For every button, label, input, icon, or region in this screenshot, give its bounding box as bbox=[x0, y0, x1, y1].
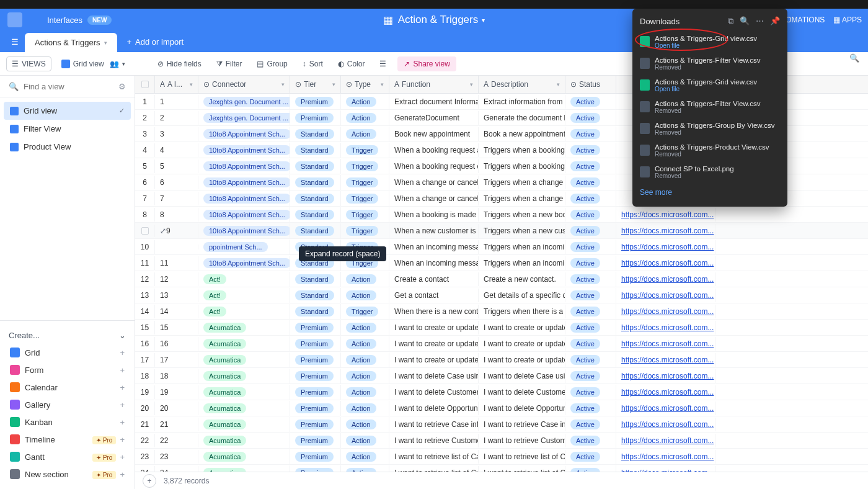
page-title[interactable]: ▦ Action & Triggers ▾ bbox=[383, 14, 485, 27]
cell-link[interactable]: https://docs.microsoft.com... bbox=[616, 434, 715, 447]
cell-status[interactable]: Active bbox=[565, 417, 616, 432]
download-item[interactable]: Connect SP to Excel.pngRemoved bbox=[632, 161, 787, 183]
interfaces-link[interactable]: Interfaces bbox=[47, 16, 82, 25]
cell-function[interactable]: When an incoming messag... bbox=[389, 256, 479, 270]
download-item[interactable]: Actions & Triggers-Grid view.csvOpen fil… bbox=[632, 31, 787, 53]
cell-id[interactable]: 17 bbox=[155, 353, 198, 367]
table-row[interactable]: 19 19 Acumatica Premium Action I want to… bbox=[135, 384, 868, 400]
cell-function[interactable]: I want to create or update ... bbox=[389, 337, 479, 351]
cell-description[interactable]: Get details of a specific con... bbox=[479, 289, 565, 302]
cell-status[interactable]: Active bbox=[565, 449, 616, 464]
cell-type[interactable]: Action bbox=[341, 272, 389, 287]
cell-description[interactable]: Triggers when a new booki... bbox=[479, 208, 565, 222]
cell-function[interactable]: When a booking is made bbox=[389, 208, 479, 222]
cell-status[interactable]: Active bbox=[565, 352, 616, 367]
color-button[interactable]: ◐ Color bbox=[333, 57, 370, 71]
cell-function[interactable]: GenerateDocument bbox=[389, 111, 479, 125]
cell-status[interactable]: Active bbox=[565, 207, 616, 222]
cell-description[interactable]: Create a new contact. bbox=[479, 272, 565, 286]
cell-tier[interactable]: Premium bbox=[290, 110, 341, 125]
cell-status[interactable]: Active bbox=[565, 240, 616, 254]
create-item[interactable]: Grid+ bbox=[9, 344, 126, 361]
table-row[interactable]: 16 16 Acumatica Premium Action I want to… bbox=[135, 336, 868, 352]
table-row[interactable]: 14 14 Act! Standard Trigger When there i… bbox=[135, 303, 868, 320]
col-type[interactable]: ⊙ Type▾ bbox=[341, 76, 389, 93]
pin-icon[interactable]: 📌 bbox=[770, 16, 780, 26]
cell-status[interactable]: Active bbox=[565, 401, 616, 416]
create-header[interactable]: Create... ⌄ bbox=[9, 327, 126, 344]
cell-id[interactable]: 5 bbox=[155, 159, 198, 173]
cell-function[interactable]: When a change or cancella... bbox=[389, 192, 479, 205]
cell-function[interactable]: I want to delete Customer ... bbox=[389, 385, 479, 399]
col-connector[interactable]: ⊙ Connector▾ bbox=[198, 76, 290, 93]
cell-tier[interactable]: Premium bbox=[290, 449, 341, 464]
row-height-button[interactable]: ☰ bbox=[374, 57, 391, 71]
cell-tier[interactable]: Standard bbox=[290, 143, 341, 158]
sidebar-view-item[interactable]: Grid view bbox=[4, 102, 131, 120]
cell-id[interactable]: 12 bbox=[155, 272, 198, 286]
logo[interactable] bbox=[7, 12, 22, 27]
cell-function[interactable]: When a booking request di... bbox=[389, 159, 479, 173]
cell-id[interactable]: ⤢ 9 bbox=[155, 224, 198, 238]
col-checkbox[interactable] bbox=[135, 76, 155, 93]
cell-description[interactable]: I want to retrieve list of Cas... bbox=[479, 450, 565, 464]
cell-type[interactable]: Action bbox=[341, 369, 389, 384]
cell-tier[interactable]: Standard bbox=[290, 191, 341, 206]
cell-function[interactable]: Extract document Informati... bbox=[389, 95, 479, 109]
cell-id[interactable]: 19 bbox=[155, 385, 198, 399]
cell-status[interactable]: Active bbox=[565, 369, 616, 384]
create-item[interactable]: Timeline✦ Pro+ bbox=[9, 431, 126, 448]
cell-function[interactable]: Create a contact bbox=[389, 272, 479, 286]
cell-status[interactable]: Active bbox=[565, 256, 616, 271]
cell-description[interactable]: Triggers when a booking re... bbox=[479, 143, 565, 157]
cell-type[interactable]: Action bbox=[341, 288, 389, 303]
download-item[interactable]: Actions & Triggers-Filter View.csvRemove… bbox=[632, 96, 787, 118]
cell-description[interactable]: Triggers when a change or ... bbox=[479, 192, 565, 205]
cell-status[interactable]: Active bbox=[565, 272, 616, 287]
sort-button[interactable]: ↕ Sort bbox=[298, 57, 328, 71]
cell-connector[interactable]: 10to8 Appointment Sch... bbox=[198, 191, 290, 206]
cell-status[interactable]: Active bbox=[565, 336, 616, 351]
cell-connector[interactable]: Acumatica bbox=[198, 417, 290, 432]
create-item[interactable]: Form+ bbox=[9, 361, 126, 379]
cell-status[interactable]: Active bbox=[565, 433, 616, 448]
cell-type[interactable]: Action bbox=[341, 110, 389, 125]
cell-description[interactable]: I want to delete Opportunit... bbox=[479, 402, 565, 415]
cell-type[interactable]: Action bbox=[341, 94, 389, 109]
cell-status[interactable]: Active bbox=[565, 320, 616, 335]
cell-id[interactable]: 7 bbox=[155, 192, 198, 205]
download-item[interactable]: Actions & Triggers-Product View.csvRemov… bbox=[632, 140, 787, 161]
cell-status[interactable]: Active bbox=[565, 385, 616, 400]
add-row-button[interactable]: + bbox=[143, 474, 156, 488]
cell-link[interactable]: https://docs.microsoft.com... bbox=[616, 418, 715, 431]
cell-type[interactable]: Action bbox=[341, 449, 389, 464]
table-row[interactable]: 10 ppointment Sch... Standard Trigger Wh… bbox=[135, 239, 868, 255]
cell-link[interactable]: https://docs.microsoft.com... bbox=[616, 305, 715, 318]
search-icon[interactable]: 🔍 bbox=[849, 53, 859, 63]
create-item[interactable]: Gantt✦ Pro+ bbox=[9, 448, 126, 465]
sidebar-view-item[interactable]: Product View bbox=[4, 138, 131, 156]
cell-function[interactable]: Get a contact bbox=[389, 289, 479, 302]
cell-type[interactable]: Action bbox=[341, 352, 389, 367]
cell-link[interactable]: https://docs.microsoft.com... bbox=[616, 208, 715, 222]
cell-id[interactable]: 15 bbox=[155, 321, 198, 334]
cell-description[interactable]: Book a new appointment i... bbox=[479, 127, 565, 141]
cell-tier[interactable]: Premium bbox=[290, 417, 341, 432]
table-row[interactable]: 11 11 10to8 Appointment Sch... Standard … bbox=[135, 255, 868, 271]
apps-link[interactable]: ▦ APPS bbox=[833, 16, 862, 24]
table-row[interactable]: 18 18 Acumatica Premium Action I want to… bbox=[135, 368, 868, 384]
group-button[interactable]: ▤ Group bbox=[252, 57, 292, 71]
cell-id[interactable]: 20 bbox=[155, 402, 198, 415]
cell-id[interactable]: 18 bbox=[155, 369, 198, 383]
cell-connector[interactable]: Act! bbox=[198, 272, 290, 287]
cell-tier[interactable]: Premium bbox=[290, 385, 341, 400]
cell-type[interactable]: Action bbox=[341, 401, 389, 416]
cell-type[interactable]: Action bbox=[341, 417, 389, 432]
cell-id[interactable]: 23 bbox=[155, 450, 198, 464]
cell-id[interactable]: 4 bbox=[155, 143, 198, 157]
cell-description[interactable]: Extract information from a... bbox=[479, 95, 565, 109]
cell-status[interactable]: Active bbox=[565, 94, 616, 109]
cell-link[interactable]: https://docs.microsoft.com... bbox=[616, 240, 715, 254]
cell-connector[interactable]: 10to8 Appointment Sch... bbox=[198, 143, 290, 158]
cell-status[interactable]: Active bbox=[565, 159, 616, 174]
